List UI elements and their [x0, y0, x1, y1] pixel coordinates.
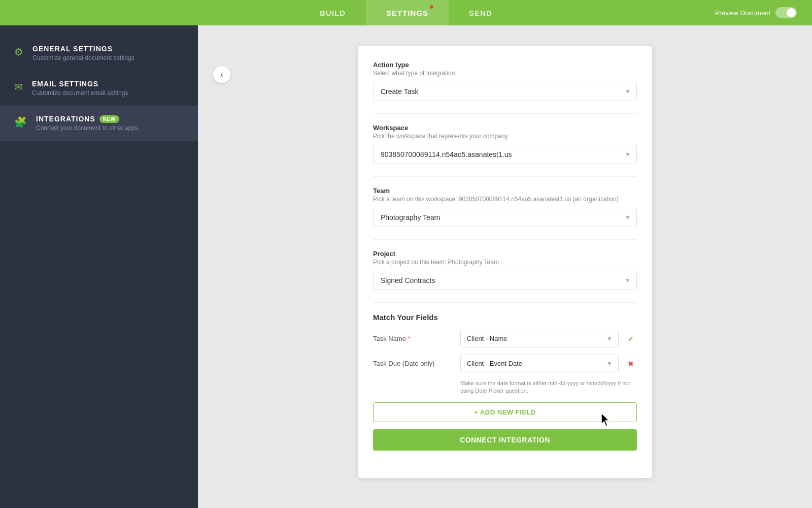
task-due-dropdown[interactable]: Client - Event Date: [460, 355, 619, 372]
project-dropdown[interactable]: Signed Contracts: [373, 271, 637, 290]
task-due-label: Task Due (Date only): [373, 360, 454, 367]
divider-4: [373, 302, 637, 303]
new-badge: NEW: [99, 115, 119, 123]
task-name-label: Task Name *: [373, 335, 454, 342]
preview-toggle[interactable]: [775, 7, 797, 18]
project-desc: Pick a project on this team: Photography…: [373, 259, 637, 266]
task-name-dropdown[interactable]: Client - Name: [460, 330, 619, 347]
field-row-task-due: Task Due (Date only) Client - Event Date…: [373, 355, 637, 372]
sidebar-item-general[interactable]: ⚙ GENERAL SETTINGS Customize general doc…: [0, 36, 198, 71]
team-dropdown[interactable]: Photography Team: [373, 208, 637, 227]
tab-settings[interactable]: SETTINGS: [366, 0, 449, 25]
match-fields-title: Match Your Fields: [373, 313, 637, 322]
workspace-desc: Pick the workspace that represents your …: [373, 133, 637, 140]
project-section: Project Pick a project on this team: Pho…: [373, 250, 637, 290]
sidebar-integrations-desc: Connect your document to other apps.: [36, 124, 140, 132]
team-desc: Pick a team on this workspace: 903850700…: [373, 196, 637, 203]
integration-panel: Action type Select what type of Integrat…: [358, 46, 652, 478]
divider-1: [373, 113, 637, 114]
back-button[interactable]: ‹: [213, 66, 230, 83]
sidebar-email-desc: Customize document email settings: [32, 89, 128, 97]
add-new-field-button[interactable]: + ADD NEW FIELD: [373, 402, 637, 422]
divider-3: [373, 239, 637, 240]
workspace-label: Workspace: [373, 124, 637, 132]
task-name-dropdown-wrapper: Client - Name ▼: [460, 330, 619, 347]
content-area: ‹ Action type Select what type of Integr…: [198, 25, 812, 508]
team-dropdown-wrapper: Photography Team ▼: [373, 208, 637, 227]
workspace-dropdown[interactable]: 903850700089114.n54ao5.asanatest1.us: [373, 145, 637, 164]
sidebar-email-title: EMAIL SETTINGS: [32, 80, 128, 88]
puzzle-icon: 🧩: [14, 116, 27, 128]
field-row-task-name: Task Name * Client - Name ▼ ✔: [373, 330, 637, 347]
sidebar: ⚙ GENERAL SETTINGS Customize general doc…: [0, 25, 198, 508]
main-content: ⚙ GENERAL SETTINGS Customize general doc…: [0, 25, 812, 508]
project-dropdown-wrapper: Signed Contracts ▼: [373, 271, 637, 290]
gear-icon: ⚙: [14, 46, 23, 58]
sidebar-item-integrations[interactable]: 🧩 INTEGRATIONS NEW Connect your document…: [0, 106, 198, 141]
action-type-dropdown-wrapper: Create Task ▼: [373, 82, 637, 101]
connect-integration-button[interactable]: CONNECT INTEGRATION: [373, 429, 637, 451]
task-name-status: ✔: [625, 333, 637, 345]
top-nav: BUILD SETTINGS SEND Preview Document: [0, 0, 812, 25]
sidebar-integrations-title: INTEGRATIONS NEW: [36, 115, 140, 123]
project-label: Project: [373, 250, 637, 258]
settings-dot: [430, 5, 433, 9]
required-star: *: [408, 335, 411, 342]
tab-send[interactable]: SEND: [449, 0, 513, 25]
action-type-label: Action type: [373, 61, 637, 69]
sidebar-general-desc: Customize general document settings: [32, 54, 134, 61]
date-hint: Make sure the date format is either mm-d…: [460, 379, 637, 395]
email-icon: ✉: [14, 81, 23, 93]
tab-build[interactable]: BUILD: [299, 0, 366, 25]
action-type-desc: Select what type of Integration: [373, 70, 637, 77]
task-due-dropdown-wrapper: Client - Event Date ▼: [460, 355, 619, 372]
sidebar-general-title: GENERAL SETTINGS: [32, 45, 134, 53]
workspace-dropdown-wrapper: 903850700089114.n54ao5.asanatest1.us ▼: [373, 145, 637, 164]
team-label: Team: [373, 187, 637, 195]
preview-document: Preview Document: [715, 7, 797, 18]
action-type-dropdown[interactable]: Create Task: [373, 82, 637, 101]
team-section: Team Pick a team on this workspace: 9038…: [373, 187, 637, 227]
divider-2: [373, 176, 637, 177]
task-due-status: ✖: [625, 358, 637, 370]
match-fields-section: Match Your Fields Task Name * Client - N…: [373, 313, 637, 451]
sidebar-item-email[interactable]: ✉ EMAIL SETTINGS Customize document emai…: [0, 71, 198, 106]
nav-tabs: BUILD SETTINGS SEND: [299, 0, 513, 25]
workspace-section: Workspace Pick the workspace that repres…: [373, 124, 637, 164]
action-type-section: Action type Select what type of Integrat…: [373, 61, 637, 101]
